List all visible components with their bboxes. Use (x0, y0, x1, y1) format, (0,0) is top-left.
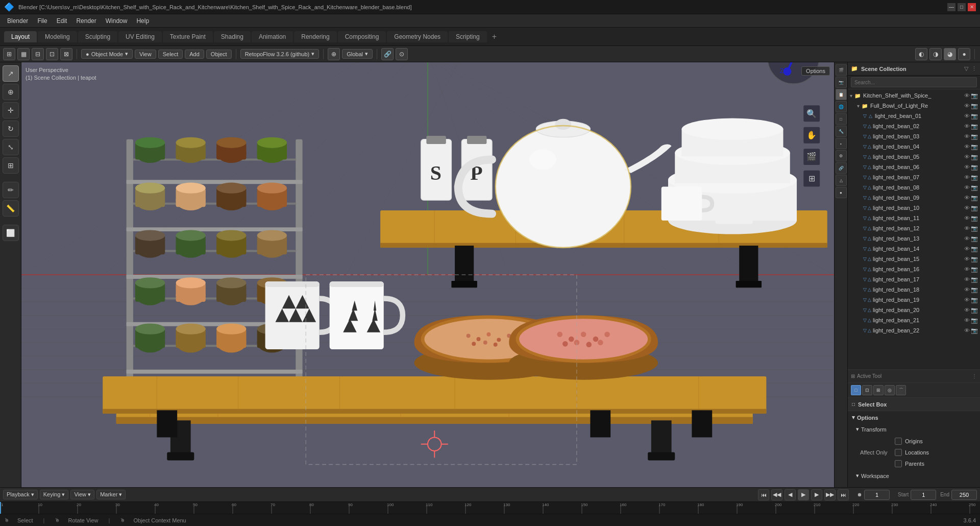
tool-scale[interactable]: ⤡ (3, 139, 19, 155)
transform-subsection-header[interactable]: ▾ Transform (854, 425, 974, 434)
tab-layout[interactable]: Layout (4, 31, 37, 42)
object-icon-btn[interactable]: □ (836, 113, 847, 125)
viewport-shading-2[interactable]: ◑ (929, 48, 942, 60)
tab-geometry-nodes[interactable]: Geometry Nodes (387, 31, 448, 42)
add-workspace-button[interactable]: + (488, 31, 501, 42)
menu-edit[interactable]: Edit (53, 16, 71, 26)
material-icon-btn[interactable]: ● (836, 187, 847, 198)
tool-transform[interactable]: ⊞ (3, 157, 19, 174)
view-menu[interactable]: View (135, 50, 156, 59)
outliner-item-bean-21[interactable]: ▽△ light_red_bean_21 👁📷 (848, 315, 980, 325)
tab-scripting[interactable]: Scripting (449, 31, 487, 42)
toolbar-icon-1[interactable]: ⊞ (3, 48, 15, 60)
toolbar-icon-5[interactable]: ⊠ (60, 48, 72, 60)
options-section-header[interactable]: ▾ Options (848, 412, 980, 423)
outliner-filter-icon[interactable]: ▽ (964, 65, 968, 72)
outliner-item-bean-02[interactable]: ▽△ light_red_bean_02 👁📷 (848, 121, 980, 131)
view-layer-icon-btn[interactable]: 📷 (836, 77, 847, 88)
sub-visibility-icon[interactable]: 👁 (964, 103, 970, 109)
menu-render[interactable]: Render (72, 16, 100, 26)
tab-texture-paint[interactable]: Texture Paint (163, 31, 213, 42)
outliner-item-bean-08[interactable]: ▽△ light_red_bean_08 👁📷 (848, 182, 980, 193)
keying-dropdown[interactable]: Keying ▾ (40, 490, 69, 499)
locations-checkbox[interactable] (895, 449, 902, 456)
toolbar-icon-2[interactable]: ▦ (17, 48, 30, 60)
grid-btn-4[interactable]: ◎ (885, 385, 895, 395)
object-menu[interactable]: Object (206, 50, 232, 59)
outliner-item-bean-12[interactable]: ▽△ light_red_bean_12 👁📷 (848, 223, 980, 233)
menu-file[interactable]: File (33, 16, 51, 26)
outliner-item-bean-05[interactable]: ▽△ light_red_bean_05 👁📷 (848, 152, 980, 162)
start-frame-input[interactable]: 1 (911, 490, 936, 500)
outliner-sub-collection[interactable]: ▾ 📁 Full_Bowl_of_Light_Re 👁 📷 (848, 101, 980, 111)
next-frame-btn[interactable]: ▶ (811, 489, 822, 500)
parents-checkbox[interactable] (895, 460, 902, 467)
visibility-icon[interactable]: 👁 (964, 92, 970, 99)
outliner-item-bean-11[interactable]: ▽△ light_red_bean_11 👁📷 (848, 213, 980, 223)
tab-animation[interactable]: Animation (252, 31, 293, 42)
origins-checkbox[interactable] (895, 438, 902, 445)
outliner-item-bean-01[interactable]: ▽ △ light_red_bean_01 👁 📷 (848, 111, 980, 121)
viewport-shading-1[interactable]: ◐ (915, 48, 927, 60)
tool-move[interactable]: ✛ (3, 102, 19, 118)
timeline-ruler[interactable]: 1 10 20 30 40 50 60 70 80 90 100 110 120 (0, 502, 980, 514)
outliner-item-bean-09[interactable]: ▽△ light_red_bean_09 👁📷 (848, 193, 980, 203)
properties-menu-icon[interactable]: ⋮ (972, 373, 977, 379)
tab-rendering[interactable]: Rendering (294, 31, 336, 42)
minimize-button[interactable]: — (947, 3, 955, 11)
retopo-dropdown[interactable]: RetopoFlow 3.2.6 (github) ▾ (240, 49, 320, 59)
tool-rotate[interactable]: ↻ (3, 121, 19, 137)
constraints-icon-btn[interactable]: 🔗 (836, 162, 847, 174)
global-dropdown[interactable]: Global ▾ (342, 49, 373, 59)
jump-start-btn[interactable]: ⏮ (758, 489, 769, 500)
menu-window[interactable]: Window (102, 16, 132, 26)
outliner-item-bean-07[interactable]: ▽△ light_red_bean_07 👁📷 (848, 172, 980, 182)
object-mode-dropdown[interactable]: ● Object Mode ▾ (81, 49, 133, 59)
outliner-search-input[interactable] (851, 77, 977, 87)
modifier-icon-btn[interactable]: 🔧 (836, 126, 847, 137)
outliner-item-bean-10[interactable]: ▽△ light_red_bean_10 👁📷 (848, 203, 980, 213)
outliner-item-bean-18[interactable]: ▽△ light_red_bean_18 👁📷 (848, 284, 980, 295)
grid-btn-2[interactable]: ⊡ (862, 385, 872, 395)
tab-compositing[interactable]: Compositing (338, 31, 386, 42)
options-dropdown[interactable]: Options (801, 66, 830, 76)
outliner-settings-icon[interactable]: ⋮ (971, 65, 977, 72)
proportional-icon[interactable]: ⊙ (396, 48, 408, 60)
viewport-shading-4[interactable]: ● (958, 48, 970, 60)
grid-btn-5[interactable]: ⌒ (896, 385, 906, 395)
add-menu[interactable]: Add (185, 50, 204, 59)
jump-end-btn[interactable]: ⏭ (838, 489, 849, 500)
outliner-item-bean-19[interactable]: ▽△ light_red_bean_19 👁📷 (848, 295, 980, 305)
tool-annotate[interactable]: ✏ (3, 182, 19, 198)
scene-icon-btn[interactable]: 🎬 (836, 64, 847, 76)
outliner-item-bean-04[interactable]: ▽△ light_red_bean_04 👁📷 (848, 141, 980, 152)
play-btn[interactable]: ▶ (798, 489, 809, 500)
tab-uv-editing[interactable]: UV Editing (118, 31, 162, 42)
tool-cursor[interactable]: ⊕ (3, 84, 19, 100)
marker-dropdown[interactable]: Marker ▾ (96, 490, 126, 499)
prev-frame-btn[interactable]: ◀ (785, 489, 796, 500)
data-icon-btn[interactable]: △ (836, 175, 847, 186)
outliner-item-bean-03[interactable]: ▽△ light_red_bean_03 👁📷 (848, 131, 980, 141)
next-keyframe-btn[interactable]: ▶▶ (824, 489, 836, 500)
tab-sculpting[interactable]: Sculpting (78, 31, 117, 42)
menu-help[interactable]: Help (132, 16, 153, 26)
physics-icon-btn[interactable]: ⚙ (836, 150, 847, 161)
outliner-scene-collection[interactable]: ▾ 📁 Kitchen_Shelf_with_Spice_ 👁 📷 (848, 90, 980, 101)
snap-icon[interactable]: 🔗 (381, 48, 394, 60)
close-button[interactable]: ✕ (968, 3, 976, 11)
render-icon[interactable]: 📷 (971, 92, 978, 99)
grid-btn-1[interactable]: □ (851, 385, 861, 395)
workspace-subsection-header[interactable]: ▾ Workspace (854, 471, 974, 480)
outliner-item-bean-22[interactable]: ▽△ light_red_bean_22 👁📷 (848, 325, 980, 336)
prev-keyframe-btn[interactable]: ◀◀ (771, 489, 782, 500)
tool-add-cube[interactable]: ⬜ (3, 225, 19, 241)
tab-modeling[interactable]: Modeling (38, 31, 77, 42)
end-frame-input[interactable]: 250 (951, 490, 977, 500)
timeline-view-dropdown[interactable]: View ▾ (70, 490, 94, 499)
tool-select[interactable]: ↗ (3, 65, 19, 82)
tool-measure[interactable]: 📏 (3, 200, 19, 217)
outliner-item-bean-15[interactable]: ▽△ light_red_bean_15 👁📷 (848, 254, 980, 264)
tab-shading[interactable]: Shading (214, 31, 251, 42)
outliner-item-bean-13[interactable]: ▽△ light_red_bean_13 👁📷 (848, 233, 980, 244)
